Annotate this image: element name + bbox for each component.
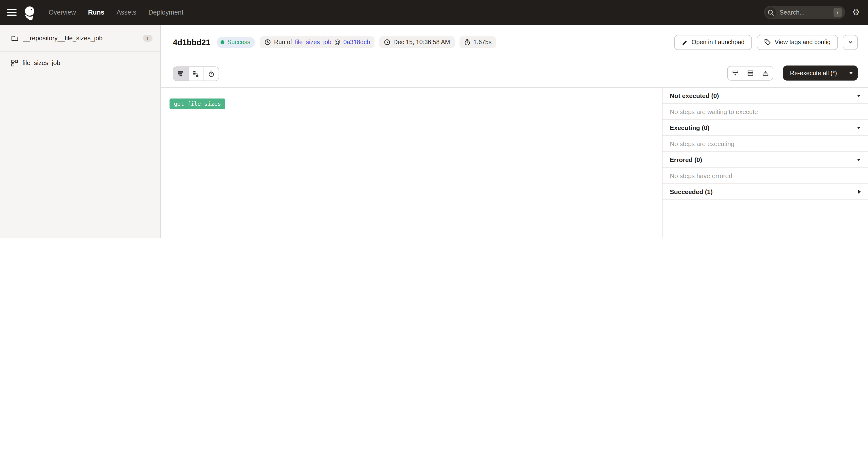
dagster-run-page: OverviewRunsAssetsDeployment / ⚙ __repos…	[0, 0, 868, 238]
step-status-section: Errored (0) No steps have errored	[662, 152, 868, 184]
step-status-section: Not executed (0) No steps are waiting to…	[662, 88, 868, 120]
status-dot-icon	[220, 40, 224, 44]
run-of-tag: Run of file_sizes_job @ 0a318dcb	[260, 36, 374, 48]
expand-bottom-panel-button[interactable]	[758, 66, 773, 80]
sidebar-repo-count: 1	[143, 35, 153, 41]
folder-icon	[11, 35, 19, 41]
reexecute-dropdown-caret[interactable]	[844, 66, 858, 80]
section-caret-icon	[858, 190, 861, 194]
nav-items: OverviewRunsAssetsDeployment	[49, 9, 183, 16]
step-status-empty-message: No steps are waiting to execute	[662, 104, 868, 120]
nav-item-overview[interactable]: Overview	[49, 9, 76, 16]
nav-item-runs[interactable]: Runs	[88, 9, 105, 16]
search-icon	[766, 7, 776, 18]
gantt-toolbar: Re-execute all (*)	[161, 60, 868, 88]
step-status-empty-message: No steps are executing	[662, 136, 868, 152]
hamburger-menu-icon[interactable]	[7, 7, 17, 18]
step-status-section-header[interactable]: Executing (0)	[662, 120, 868, 136]
sidebar-job-label: file_sizes_job	[22, 59, 153, 66]
nav-item-deployment[interactable]: Deployment	[148, 9, 183, 16]
snapshot-link[interactable]: 0a318dcb	[343, 39, 370, 45]
run-actions-dropdown-button[interactable]	[843, 35, 858, 50]
jobs-sidebar: __repository__file_sizes_job 1 file_size…	[0, 25, 161, 238]
step-status-empty-message: No steps have errored	[662, 168, 868, 184]
step-status-section-header[interactable]: Succeeded (1)	[662, 184, 868, 200]
history-icon	[265, 39, 271, 45]
sidebar-repo-label: __repository__file_sizes_job	[23, 34, 138, 42]
gantt-timed-view-button[interactable]	[204, 67, 219, 80]
split-panels-button[interactable]	[743, 66, 758, 80]
section-caret-icon	[857, 94, 861, 97]
step-subset-row: Hide unselected steps	[161, 238, 662, 238]
step-status-section-header[interactable]: Errored (0)	[662, 152, 868, 168]
tag-icon	[764, 39, 771, 45]
job-link[interactable]: file_sizes_job	[295, 39, 331, 45]
gantt-chart: get_file_sizes	[161, 88, 662, 238]
run-status-badge: Success	[217, 37, 255, 48]
panel-layout-switcher	[727, 66, 773, 80]
nav-item-assets[interactable]: Assets	[117, 9, 136, 16]
gantt-view-switcher	[173, 66, 219, 81]
sidebar-item-file-sizes-job[interactable]: file_sizes_job	[0, 52, 160, 74]
run-header: 4d1bbd21 Success Run of file_sizes_job @…	[161, 25, 868, 60]
top-nav: OverviewRunsAssetsDeployment / ⚙	[0, 0, 868, 25]
section-caret-icon	[857, 126, 861, 129]
collapse-bottom-panel-button[interactable]	[727, 66, 743, 80]
pencil-icon	[681, 39, 688, 45]
clock-icon	[384, 39, 391, 45]
run-content: Re-execute all (*) get_file_sizes	[161, 60, 868, 238]
gear-icon[interactable]: ⚙	[852, 8, 860, 16]
open-in-launchpad-button[interactable]: Open in Launchpad	[674, 35, 752, 50]
view-tags-config-button[interactable]: View tags and config	[757, 35, 838, 50]
section-caret-icon	[857, 159, 861, 161]
search-shortcut-badge: /	[834, 8, 842, 17]
gantt-step-bar[interactable]: get_file_sizes	[169, 99, 225, 109]
step-status-section: Succeeded (1)	[662, 184, 868, 200]
run-id: 4d1bbd21	[173, 38, 210, 47]
run-timestamp-tag: Dec 15, 10:36:58 AM	[379, 36, 455, 48]
step-status-section-header[interactable]: Not executed (0)	[662, 88, 868, 104]
job-graph-icon	[11, 60, 18, 66]
stopwatch-icon	[464, 39, 470, 45]
search-input[interactable]	[776, 9, 834, 16]
sidebar-repo-group[interactable]: __repository__file_sizes_job 1	[0, 25, 160, 52]
step-status-section: Executing (0) No steps are executing	[662, 120, 868, 152]
global-search[interactable]: /	[764, 6, 845, 19]
dagster-logo-icon[interactable]	[22, 5, 38, 20]
gantt-flat-view-button[interactable]	[174, 67, 188, 80]
gantt-waterfall-view-button[interactable]	[188, 67, 204, 80]
step-status-panel: Not executed (0) No steps are waiting to…	[662, 88, 868, 238]
reexecute-all-button[interactable]: Re-execute all (*)	[783, 66, 858, 80]
run-duration-tag: 1.675s	[459, 36, 496, 48]
chevron-down-icon	[847, 39, 853, 45]
main-content: 4d1bbd21 Success Run of file_sizes_job @…	[161, 25, 868, 238]
